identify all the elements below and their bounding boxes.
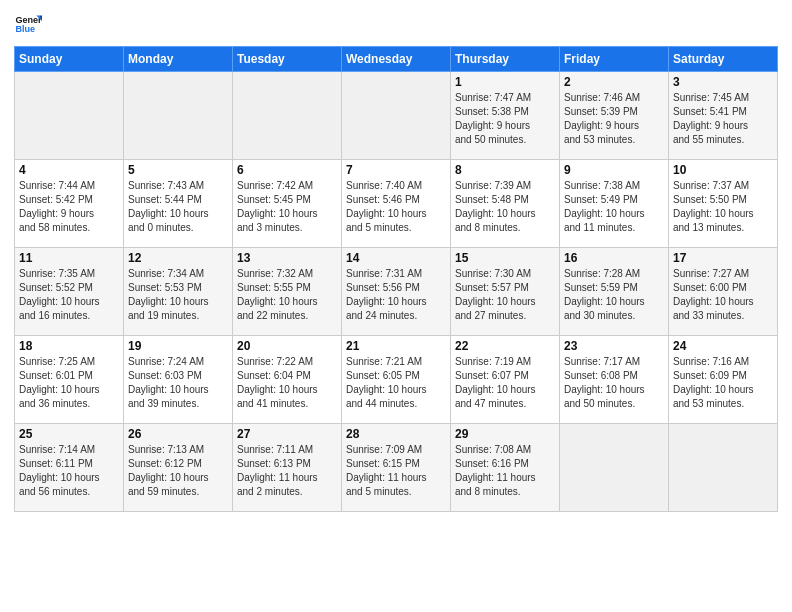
day-number: 4 (19, 163, 119, 177)
day-info: Sunrise: 7:47 AM Sunset: 5:38 PM Dayligh… (455, 91, 555, 147)
day-info: Sunrise: 7:37 AM Sunset: 5:50 PM Dayligh… (673, 179, 773, 235)
calendar-day-cell: 24Sunrise: 7:16 AM Sunset: 6:09 PM Dayli… (669, 336, 778, 424)
calendar-day-cell: 7Sunrise: 7:40 AM Sunset: 5:46 PM Daylig… (342, 160, 451, 248)
calendar-day-cell: 21Sunrise: 7:21 AM Sunset: 6:05 PM Dayli… (342, 336, 451, 424)
day-info: Sunrise: 7:08 AM Sunset: 6:16 PM Dayligh… (455, 443, 555, 499)
weekday-header: Saturday (669, 47, 778, 72)
calendar-day-cell: 17Sunrise: 7:27 AM Sunset: 6:00 PM Dayli… (669, 248, 778, 336)
day-info: Sunrise: 7:42 AM Sunset: 5:45 PM Dayligh… (237, 179, 337, 235)
calendar-week-row: 11Sunrise: 7:35 AM Sunset: 5:52 PM Dayli… (15, 248, 778, 336)
calendar-day-cell (342, 72, 451, 160)
calendar-day-cell: 18Sunrise: 7:25 AM Sunset: 6:01 PM Dayli… (15, 336, 124, 424)
day-info: Sunrise: 7:40 AM Sunset: 5:46 PM Dayligh… (346, 179, 446, 235)
day-number: 24 (673, 339, 773, 353)
weekday-header: Wednesday (342, 47, 451, 72)
calendar-day-cell: 19Sunrise: 7:24 AM Sunset: 6:03 PM Dayli… (124, 336, 233, 424)
day-number: 20 (237, 339, 337, 353)
calendar-day-cell: 25Sunrise: 7:14 AM Sunset: 6:11 PM Dayli… (15, 424, 124, 512)
day-info: Sunrise: 7:19 AM Sunset: 6:07 PM Dayligh… (455, 355, 555, 411)
day-number: 19 (128, 339, 228, 353)
day-info: Sunrise: 7:44 AM Sunset: 5:42 PM Dayligh… (19, 179, 119, 235)
calendar-day-cell: 11Sunrise: 7:35 AM Sunset: 5:52 PM Dayli… (15, 248, 124, 336)
day-info: Sunrise: 7:11 AM Sunset: 6:13 PM Dayligh… (237, 443, 337, 499)
day-number: 5 (128, 163, 228, 177)
day-number: 22 (455, 339, 555, 353)
calendar-day-cell: 28Sunrise: 7:09 AM Sunset: 6:15 PM Dayli… (342, 424, 451, 512)
day-number: 6 (237, 163, 337, 177)
calendar-table: SundayMondayTuesdayWednesdayThursdayFrid… (14, 46, 778, 512)
calendar-day-cell: 2Sunrise: 7:46 AM Sunset: 5:39 PM Daylig… (560, 72, 669, 160)
day-number: 13 (237, 251, 337, 265)
day-number: 8 (455, 163, 555, 177)
day-number: 12 (128, 251, 228, 265)
day-number: 16 (564, 251, 664, 265)
calendar-day-cell (15, 72, 124, 160)
calendar-day-cell: 3Sunrise: 7:45 AM Sunset: 5:41 PM Daylig… (669, 72, 778, 160)
calendar-day-cell: 29Sunrise: 7:08 AM Sunset: 6:16 PM Dayli… (451, 424, 560, 512)
day-info: Sunrise: 7:30 AM Sunset: 5:57 PM Dayligh… (455, 267, 555, 323)
day-info: Sunrise: 7:31 AM Sunset: 5:56 PM Dayligh… (346, 267, 446, 323)
calendar-day-cell: 13Sunrise: 7:32 AM Sunset: 5:55 PM Dayli… (233, 248, 342, 336)
day-number: 7 (346, 163, 446, 177)
day-number: 21 (346, 339, 446, 353)
day-number: 1 (455, 75, 555, 89)
day-number: 3 (673, 75, 773, 89)
calendar-week-row: 25Sunrise: 7:14 AM Sunset: 6:11 PM Dayli… (15, 424, 778, 512)
day-number: 18 (19, 339, 119, 353)
day-number: 2 (564, 75, 664, 89)
day-info: Sunrise: 7:35 AM Sunset: 5:52 PM Dayligh… (19, 267, 119, 323)
day-info: Sunrise: 7:45 AM Sunset: 5:41 PM Dayligh… (673, 91, 773, 147)
calendar-day-cell: 22Sunrise: 7:19 AM Sunset: 6:07 PM Dayli… (451, 336, 560, 424)
day-info: Sunrise: 7:21 AM Sunset: 6:05 PM Dayligh… (346, 355, 446, 411)
day-number: 14 (346, 251, 446, 265)
weekday-header: Tuesday (233, 47, 342, 72)
day-number: 27 (237, 427, 337, 441)
day-info: Sunrise: 7:09 AM Sunset: 6:15 PM Dayligh… (346, 443, 446, 499)
day-info: Sunrise: 7:32 AM Sunset: 5:55 PM Dayligh… (237, 267, 337, 323)
calendar-week-row: 18Sunrise: 7:25 AM Sunset: 6:01 PM Dayli… (15, 336, 778, 424)
calendar-week-row: 1Sunrise: 7:47 AM Sunset: 5:38 PM Daylig… (15, 72, 778, 160)
calendar-day-cell: 12Sunrise: 7:34 AM Sunset: 5:53 PM Dayli… (124, 248, 233, 336)
day-info: Sunrise: 7:43 AM Sunset: 5:44 PM Dayligh… (128, 179, 228, 235)
day-info: Sunrise: 7:28 AM Sunset: 5:59 PM Dayligh… (564, 267, 664, 323)
calendar-day-cell (124, 72, 233, 160)
day-number: 15 (455, 251, 555, 265)
day-number: 17 (673, 251, 773, 265)
day-info: Sunrise: 7:34 AM Sunset: 5:53 PM Dayligh… (128, 267, 228, 323)
page-container: General Blue SundayMondayTuesdayWednesda… (0, 0, 792, 612)
calendar-day-cell: 27Sunrise: 7:11 AM Sunset: 6:13 PM Dayli… (233, 424, 342, 512)
day-info: Sunrise: 7:25 AM Sunset: 6:01 PM Dayligh… (19, 355, 119, 411)
calendar-day-cell: 15Sunrise: 7:30 AM Sunset: 5:57 PM Dayli… (451, 248, 560, 336)
calendar-day-cell (560, 424, 669, 512)
calendar-day-cell (233, 72, 342, 160)
weekday-header: Sunday (15, 47, 124, 72)
day-number: 10 (673, 163, 773, 177)
day-number: 23 (564, 339, 664, 353)
day-info: Sunrise: 7:24 AM Sunset: 6:03 PM Dayligh… (128, 355, 228, 411)
weekday-header: Monday (124, 47, 233, 72)
weekday-header: Thursday (451, 47, 560, 72)
calendar-day-cell: 20Sunrise: 7:22 AM Sunset: 6:04 PM Dayli… (233, 336, 342, 424)
calendar-day-cell: 26Sunrise: 7:13 AM Sunset: 6:12 PM Dayli… (124, 424, 233, 512)
day-info: Sunrise: 7:16 AM Sunset: 6:09 PM Dayligh… (673, 355, 773, 411)
calendar-day-cell: 23Sunrise: 7:17 AM Sunset: 6:08 PM Dayli… (560, 336, 669, 424)
day-info: Sunrise: 7:14 AM Sunset: 6:11 PM Dayligh… (19, 443, 119, 499)
calendar-day-cell: 8Sunrise: 7:39 AM Sunset: 5:48 PM Daylig… (451, 160, 560, 248)
calendar-day-cell: 10Sunrise: 7:37 AM Sunset: 5:50 PM Dayli… (669, 160, 778, 248)
svg-text:Blue: Blue (15, 24, 35, 34)
calendar-day-cell: 6Sunrise: 7:42 AM Sunset: 5:45 PM Daylig… (233, 160, 342, 248)
day-info: Sunrise: 7:46 AM Sunset: 5:39 PM Dayligh… (564, 91, 664, 147)
day-number: 26 (128, 427, 228, 441)
day-number: 28 (346, 427, 446, 441)
day-info: Sunrise: 7:13 AM Sunset: 6:12 PM Dayligh… (128, 443, 228, 499)
calendar-day-cell: 14Sunrise: 7:31 AM Sunset: 5:56 PM Dayli… (342, 248, 451, 336)
day-number: 9 (564, 163, 664, 177)
calendar-day-cell: 1Sunrise: 7:47 AM Sunset: 5:38 PM Daylig… (451, 72, 560, 160)
day-number: 11 (19, 251, 119, 265)
day-info: Sunrise: 7:22 AM Sunset: 6:04 PM Dayligh… (237, 355, 337, 411)
day-info: Sunrise: 7:39 AM Sunset: 5:48 PM Dayligh… (455, 179, 555, 235)
calendar-day-cell (669, 424, 778, 512)
day-number: 25 (19, 427, 119, 441)
logo-icon: General Blue (14, 10, 42, 38)
logo: General Blue (14, 10, 46, 38)
